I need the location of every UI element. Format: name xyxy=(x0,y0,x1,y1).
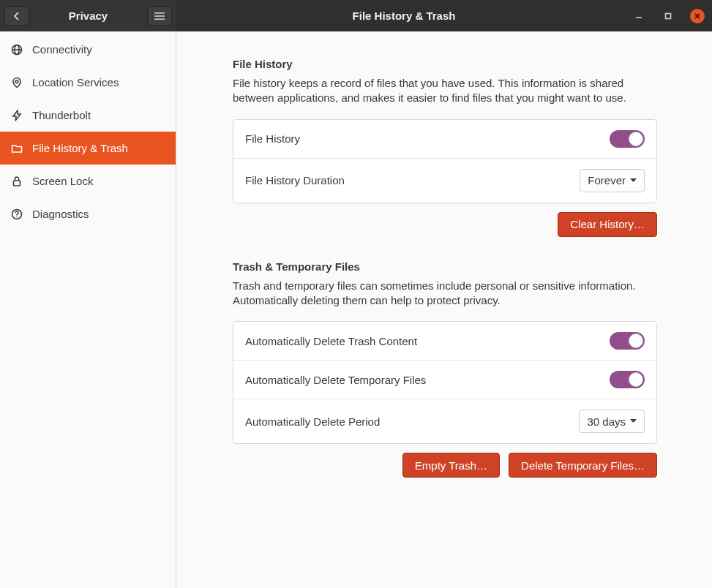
location-icon xyxy=(10,76,23,89)
sidebar-item-thunderbolt[interactable]: Thunderbolt xyxy=(0,99,176,132)
svg-rect-4 xyxy=(666,13,671,18)
svg-rect-1 xyxy=(154,15,165,17)
window-close-button[interactable] xyxy=(690,9,705,23)
auto-delete-period-label: Automatically Delete Period xyxy=(245,415,380,428)
auto-delete-period-dropdown[interactable]: 30 days xyxy=(579,410,645,433)
file-history-switch[interactable] xyxy=(610,130,645,148)
auto-delete-temp-label: Automatically Delete Temporary Files xyxy=(245,374,426,386)
sidebar-item-label: Diagnostics xyxy=(32,208,89,220)
file-history-toggle-row: File History xyxy=(233,120,656,158)
thunderbolt-icon xyxy=(10,109,23,122)
file-history-description: File history keeps a record of files tha… xyxy=(233,76,657,106)
auto-delete-period-value: 30 days xyxy=(587,415,626,428)
sidebar-title: Privacy xyxy=(29,10,147,22)
svg-rect-11 xyxy=(14,181,20,186)
folder-icon xyxy=(10,142,23,155)
content-area: File History File history keeps a record… xyxy=(176,31,712,588)
sidebar-item-location-services[interactable]: Location Services xyxy=(0,66,176,99)
auto-delete-trash-row: Automatically Delete Trash Content xyxy=(233,322,656,360)
auto-delete-trash-label: Automatically Delete Trash Content xyxy=(245,335,417,347)
lock-icon xyxy=(10,175,23,188)
hamburger-icon xyxy=(154,12,165,20)
titlebar: Privacy File History & Trash xyxy=(0,0,712,31)
minimize-icon xyxy=(635,12,642,20)
trash-description: Trash and temporary files can sometimes … xyxy=(233,279,657,309)
file-history-toggle-label: File History xyxy=(245,132,300,145)
auto-delete-period-row: Automatically Delete Period 30 days xyxy=(233,399,656,443)
empty-trash-button[interactable]: Empty Trash… xyxy=(402,453,500,478)
file-history-duration-row: File History Duration Forever xyxy=(233,158,656,203)
sidebar-item-file-history-trash[interactable]: File History & Trash xyxy=(0,132,176,165)
clear-history-button[interactable]: Clear History… xyxy=(558,212,657,237)
file-history-duration-value: Forever xyxy=(588,174,626,186)
delete-temporary-files-button[interactable]: Delete Temporary Files… xyxy=(509,453,657,478)
sidebar-item-label: Connectivity xyxy=(32,43,92,56)
sidebar-item-diagnostics[interactable]: Diagnostics xyxy=(0,197,176,230)
window-minimize-button[interactable] xyxy=(632,9,646,23)
close-icon xyxy=(694,12,701,20)
chevron-down-icon xyxy=(630,178,637,183)
file-history-duration-dropdown[interactable]: Forever xyxy=(580,169,645,192)
svg-rect-0 xyxy=(154,12,165,14)
back-button[interactable] xyxy=(4,6,29,26)
sidebar-item-label: Thunderbolt xyxy=(32,109,91,121)
hamburger-menu-button[interactable] xyxy=(147,6,172,26)
sidebar-item-screen-lock[interactable]: Screen Lock xyxy=(0,165,176,197)
chevron-down-icon xyxy=(630,419,637,423)
sidebar: ConnectivityLocation ServicesThunderbolt… xyxy=(0,31,176,588)
auto-delete-trash-switch[interactable] xyxy=(610,332,645,350)
question-icon xyxy=(10,208,23,221)
page-title: File History & Trash xyxy=(176,10,632,22)
svg-rect-2 xyxy=(154,18,165,20)
trash-panel: Automatically Delete Trash Content Autom… xyxy=(233,321,657,444)
chevron-left-icon xyxy=(14,12,20,20)
svg-point-10 xyxy=(15,80,18,83)
window-maximize-button[interactable] xyxy=(661,9,675,23)
auto-delete-temp-row: Automatically Delete Temporary Files xyxy=(233,360,656,399)
file-history-title: File History xyxy=(233,58,657,70)
globe-icon xyxy=(10,43,23,56)
trash-title: Trash & Temporary Files xyxy=(233,260,657,273)
file-history-panel: File History File History Duration Forev… xyxy=(233,119,657,203)
file-history-duration-label: File History Duration xyxy=(245,174,345,186)
sidebar-item-label: Location Services xyxy=(32,76,119,88)
svg-point-13 xyxy=(16,216,17,217)
maximize-icon xyxy=(664,12,672,20)
sidebar-item-label: Screen Lock xyxy=(32,175,93,187)
sidebar-item-connectivity[interactable]: Connectivity xyxy=(0,33,176,66)
sidebar-item-label: File History & Trash xyxy=(32,142,128,154)
auto-delete-temp-switch[interactable] xyxy=(610,371,645,388)
